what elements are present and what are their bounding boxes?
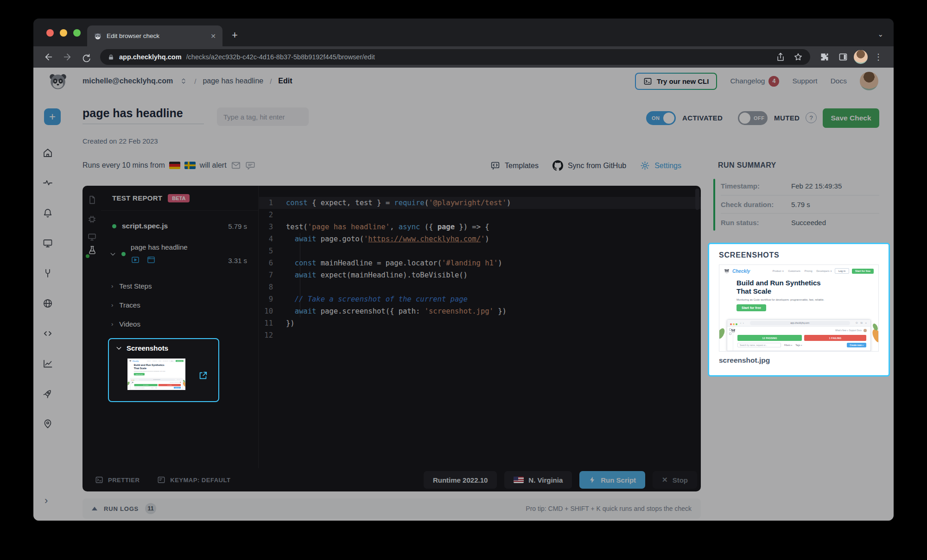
browser-profile-avatar[interactable]: [854, 50, 868, 64]
code-line[interactable]: 5: [259, 245, 701, 257]
test-case-row[interactable]: page has headline 3.31 s: [109, 243, 247, 264]
user-avatar[interactable]: [860, 72, 878, 90]
prettier-button[interactable]: PRETTIER: [95, 476, 140, 484]
screenshots-panel-highlighted[interactable]: SCREENSHOTS Checkly Product ∨Customers P…: [708, 243, 890, 377]
tree-item-test-steps[interactable]: › Test Steps: [101, 277, 258, 296]
code-line[interactable]: 10 await page.screenshot({ path: 'screen…: [259, 305, 701, 317]
external-link-icon[interactable]: [198, 371, 208, 381]
code-editor[interactable]: 1const { expect, test } = require('@play…: [259, 186, 701, 468]
muted-toggle[interactable]: OFF: [738, 111, 768, 125]
zoom-window-button[interactable]: [73, 29, 81, 37]
private-locations-globe-icon[interactable]: [42, 298, 53, 309]
breadcrumb-current: Edit: [278, 77, 292, 85]
close-window-button[interactable]: [46, 29, 54, 37]
tab-close-icon[interactable]: ✕: [210, 32, 216, 40]
code-line[interactable]: 8: [259, 281, 701, 293]
test-flask-icon[interactable]: [87, 245, 97, 255]
code-line[interactable]: 2: [259, 209, 701, 221]
sync-github-button[interactable]: Sync from GitHub: [552, 160, 626, 171]
breadcrumb: michelle@checklyhq.com / page has headli…: [83, 68, 292, 94]
chevron-down-icon[interactable]: [109, 251, 116, 258]
code-line[interactable]: 1const { expect, test } = require('@play…: [259, 197, 701, 209]
new-tab-button[interactable]: +: [232, 30, 238, 40]
window-controls[interactable]: [46, 29, 81, 37]
support-link[interactable]: Support: [792, 77, 817, 85]
code-line[interactable]: 3test('page has headline', async ({ page…: [259, 221, 701, 233]
save-check-button[interactable]: Save Check: [823, 108, 879, 128]
extensions-puzzle-icon[interactable]: [817, 49, 832, 65]
run-script-button[interactable]: Run Script: [579, 471, 645, 489]
bookmark-star-icon[interactable]: [794, 52, 803, 62]
browser-menu-kebab-icon[interactable]: ⋮: [870, 49, 886, 65]
video-icon[interactable]: [131, 255, 140, 264]
templates-button[interactable]: Templates: [490, 161, 539, 170]
changelog-link[interactable]: Changelog 4: [730, 76, 779, 87]
germany-flag-icon: [169, 162, 180, 169]
forward-button[interactable]: [59, 49, 75, 65]
side-panel-icon[interactable]: [835, 49, 851, 65]
dashboards-monitor-icon[interactable]: [42, 238, 53, 249]
chip-icon[interactable]: [87, 214, 97, 224]
code-line[interactable]: 11}): [259, 317, 701, 329]
file-icon[interactable]: [87, 195, 97, 205]
breadcrumb-check[interactable]: page has headline: [203, 77, 263, 85]
sms-alert-icon[interactable]: [245, 160, 255, 170]
keymap-button[interactable]: KEYMAP: DEFAULT: [157, 476, 230, 484]
try-cli-button[interactable]: Try our new CLI: [635, 73, 717, 90]
sidebar-expand-chevron[interactable]: ›: [44, 495, 48, 507]
activity-pulse-icon[interactable]: [42, 177, 53, 189]
muted-help-icon[interactable]: ?: [806, 112, 817, 123]
tree-item-traces[interactable]: › Traces: [101, 296, 258, 315]
us-flag-icon: [514, 477, 524, 483]
check-name-input[interactable]: page has headline: [83, 107, 204, 124]
gear-icon: [640, 161, 650, 170]
account-chevron-updown-icon[interactable]: [179, 77, 188, 85]
code-line[interactable]: 4 await page.goto('https://www.checklyhq…: [259, 233, 701, 245]
region-selector[interactable]: N. Virginia: [504, 471, 572, 489]
back-button[interactable]: [41, 49, 57, 65]
home-icon[interactable]: [42, 147, 53, 158]
schedule-summary: Runs every 10 mins from will alert: [83, 160, 255, 170]
spec-file-row[interactable]: script.spec.js 5.79 s: [101, 211, 258, 230]
run-logs-bar[interactable]: RUN LOGS 11 Pro tip: CMD + SHIFT + K qui…: [83, 498, 701, 519]
tree-item-videos[interactable]: › Videos: [101, 315, 258, 333]
location-pin-icon[interactable]: [42, 418, 53, 429]
code-line[interactable]: 9 // Take a screenshot of the current pa…: [259, 293, 701, 305]
app-header: michelle@checklyhq.com / page has headli…: [33, 68, 894, 94]
screenshot-thumbnail-small[interactable]: Checkly Product ∨Customers PricingDevelo…: [127, 359, 185, 390]
settings-button[interactable]: Settings: [640, 161, 681, 170]
browser-window-icon[interactable]: [146, 255, 156, 264]
screenshots-panel-title: SCREENSHOTS: [719, 251, 780, 259]
editor-scrollbar[interactable]: [695, 189, 699, 210]
browser-tab[interactable]: Edit browser check ✕: [87, 25, 222, 46]
url-bar[interactable]: app.checklyhq.com /checks/a2ec932b-c42c-…: [100, 49, 810, 65]
chevron-down-icon[interactable]: [115, 345, 122, 352]
share-icon[interactable]: [776, 52, 785, 62]
checkly-raccoon-logo[interactable]: [48, 71, 68, 91]
docs-link[interactable]: Docs: [831, 77, 847, 85]
lock-icon: [108, 54, 114, 61]
code-line[interactable]: 6 const mainHeadline = page.locator('#la…: [259, 257, 701, 269]
stop-button[interactable]: ✕ Stop: [653, 471, 697, 489]
maintenance-wrench-icon[interactable]: [42, 268, 53, 279]
minimize-window-button[interactable]: [60, 29, 67, 37]
screenshot-thumbnail-large[interactable]: Checkly Product ∨Customers PricingDevelo…: [719, 264, 879, 352]
activated-toggle[interactable]: ON: [646, 111, 676, 125]
account-switcher[interactable]: michelle@checklyhq.com: [83, 77, 173, 85]
tree-item-screenshots-highlighted[interactable]: Screenshots Checkly Product ∨Cust: [108, 338, 219, 402]
snippets-code-icon[interactable]: [42, 328, 53, 339]
alerts-bell-icon[interactable]: [42, 208, 53, 219]
tab-search-chevron-icon[interactable]: ⌄: [877, 30, 883, 38]
analytics-chart-icon[interactable]: [42, 358, 53, 369]
collapse-triangle-icon[interactable]: [92, 507, 97, 510]
quickstart-rocket-icon[interactable]: [42, 388, 53, 399]
monitor-icon[interactable]: [87, 232, 97, 242]
create-check-button[interactable]: +: [44, 108, 61, 125]
code-line[interactable]: 7 await expect(mainHeadline).toBeVisible…: [259, 269, 701, 281]
tag-input[interactable]: [217, 107, 309, 126]
email-alert-icon[interactable]: [231, 160, 241, 170]
reload-button[interactable]: [78, 49, 94, 65]
run-summary-title: RUN SUMMARY: [718, 161, 776, 170]
runtime-selector[interactable]: Runtime 2022.10: [424, 471, 497, 489]
code-line[interactable]: 12: [259, 329, 701, 341]
